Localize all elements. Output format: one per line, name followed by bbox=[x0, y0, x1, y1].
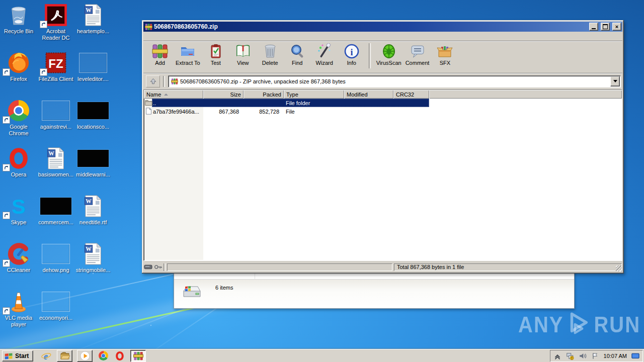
anyrun-watermark: ANY RUN bbox=[518, 310, 629, 339]
desktop-icon-stringmobile[interactable]: W stringmobile... bbox=[74, 242, 112, 290]
archive-address-combobox[interactable]: 5068670863605760.zip - ZIP archive, unpa… bbox=[168, 75, 621, 87]
taskbar: Start e 10:07 AM bbox=[0, 349, 644, 362]
toolbar-button-info[interactable]: i Info bbox=[338, 43, 365, 66]
winrar-address-row: 5068670863605760.zip - ZIP archive, unpa… bbox=[143, 73, 622, 89]
desktop-icon-ccleaner[interactable]: CCleaner bbox=[0, 242, 37, 290]
desktop-icon-locationsco[interactable]: locationsco... bbox=[74, 99, 112, 146]
winrar-titlebar[interactable]: 5068670863605760.zip × bbox=[143, 22, 622, 32]
drive-icon bbox=[182, 284, 202, 300]
desktop-icon-label: Skype bbox=[11, 219, 27, 226]
info-icon: i bbox=[344, 43, 360, 59]
toolbar-button-find[interactable]: Find bbox=[284, 43, 311, 66]
desktop-icon-firefox[interactable]: Firefox bbox=[0, 51, 37, 99]
file-row-0[interactable]: .. File folder bbox=[144, 99, 622, 107]
maximize-button[interactable] bbox=[601, 23, 610, 31]
display-icon[interactable] bbox=[631, 351, 639, 360]
toolbar-button-add[interactable]: Add bbox=[146, 43, 174, 66]
desktop-icon-leveleditor[interactable]: leveleditor.... bbox=[74, 51, 112, 99]
hidden-icons-chevron[interactable] bbox=[553, 351, 562, 360]
desktop-icon-label: Acrobat Reader DC bbox=[37, 28, 74, 41]
menu-item-file[interactable] bbox=[144, 35, 151, 37]
word-doc-icon: W bbox=[77, 3, 109, 27]
desktop-icon-label: economyori... bbox=[39, 315, 72, 321]
desktop-icon-label: locationsco... bbox=[77, 124, 109, 130]
winrar-books-icon[interactable] bbox=[130, 350, 146, 362]
desktop-icon-needtitle-rtf[interactable]: W needtitle.rtf bbox=[74, 194, 112, 242]
desktop-icon-economyori[interactable]: economyori... bbox=[37, 290, 74, 337]
column-header-crc32[interactable]: CRC32 bbox=[393, 90, 429, 99]
desktop-icon-commercem[interactable]: commercem... bbox=[37, 194, 74, 242]
file-row-a7ba73fe99466a[interactable]: a7ba73fe99466a... 867,368 852,728 File bbox=[144, 107, 622, 116]
winrar-toolbar: Add Extract To Test View Delete Find bbox=[143, 41, 622, 73]
close-icon: × bbox=[615, 24, 618, 29]
network-status-icon[interactable] bbox=[566, 351, 575, 360]
toolbar-button-wizard[interactable]: Wizard bbox=[311, 43, 338, 66]
column-header-packed[interactable]: Packed bbox=[244, 90, 284, 99]
start-button[interactable]: Start bbox=[2, 350, 33, 361]
statusbar-icons bbox=[144, 264, 162, 269]
resize-grip[interactable] bbox=[616, 265, 622, 272]
address-separator bbox=[163, 76, 165, 87]
desktop-icon-vlc-media-player[interactable]: VLC media player bbox=[0, 290, 37, 337]
column-header-type[interactable]: Type bbox=[284, 90, 344, 99]
desktop-icon-middlewarni[interactable]: middlewarni... bbox=[74, 146, 112, 194]
column-header-label: CRC32 bbox=[396, 92, 414, 98]
explorer-item-count: 6 items bbox=[215, 285, 233, 291]
toolbar-button-extract-to[interactable]: Extract To bbox=[174, 43, 202, 66]
test-icon bbox=[208, 43, 224, 59]
file-icon bbox=[145, 108, 152, 115]
svg-text:FZ: FZ bbox=[48, 57, 63, 70]
minimize-button[interactable] bbox=[589, 23, 598, 31]
toolbar-button-view[interactable]: View bbox=[229, 43, 257, 66]
chrome-icon[interactable] bbox=[97, 350, 109, 361]
desktop-icon-acrobat-reader-dc[interactable]: Acrobat Reader DC bbox=[37, 3, 74, 51]
cell-type: File folder bbox=[284, 100, 344, 106]
quick-launch: e bbox=[40, 350, 146, 362]
volume-icon[interactable] bbox=[579, 351, 587, 360]
column-header-label: Type bbox=[286, 92, 298, 98]
toolbar-button-virusscan[interactable]: VirusScan bbox=[374, 43, 404, 66]
address-dropdown-button[interactable] bbox=[610, 76, 620, 86]
column-header-label: Size bbox=[230, 92, 241, 98]
toolbar-button-delete[interactable]: Delete bbox=[257, 43, 284, 66]
column-header-name[interactable]: Name bbox=[144, 90, 203, 99]
wizard-icon bbox=[316, 43, 333, 59]
media-player-icon[interactable] bbox=[77, 350, 93, 362]
toolbar-button-sfx[interactable]: SFX bbox=[431, 43, 458, 66]
action-center-flag-icon[interactable] bbox=[591, 351, 600, 360]
desktop-icon-basiswomen[interactable]: W basiswomen... bbox=[37, 146, 74, 194]
desktop-icon-heartemplo[interactable]: W heartemplo... bbox=[74, 3, 112, 51]
desktop-icon-label: Opera bbox=[11, 171, 27, 178]
column-header-size[interactable]: Size bbox=[203, 90, 244, 99]
toolbar-button-comment[interactable]: Comment bbox=[404, 43, 432, 66]
chrome-icon bbox=[3, 99, 35, 123]
desktop-icon-recycle-bin[interactable]: Recycle Bin bbox=[0, 3, 37, 51]
toolbar-button-label: Delete bbox=[262, 60, 278, 66]
blank-thumbnail bbox=[40, 290, 72, 314]
desktop-icon-google-chrome[interactable]: Google Chrome bbox=[0, 99, 37, 146]
menu-item-favorites[interactable] bbox=[166, 35, 173, 37]
black-thumbnail bbox=[77, 146, 109, 170]
menu-item-commands[interactable] bbox=[151, 35, 158, 37]
menu-item-tools[interactable] bbox=[158, 35, 166, 37]
taskbar-clock[interactable]: 10:07 AM bbox=[604, 353, 627, 359]
window-title: 5068670863605760.zip bbox=[154, 23, 587, 30]
desktop-icon-againstrevi[interactable]: againstrevi... bbox=[37, 99, 74, 146]
close-button[interactable]: × bbox=[612, 23, 621, 31]
desktop-icon-opera[interactable]: Opera bbox=[0, 146, 37, 194]
desktop-icon-filezilla-client[interactable]: FZ FileZilla Client bbox=[37, 51, 74, 99]
menu-item-help[interactable] bbox=[180, 35, 187, 37]
explorer-folder-icon[interactable] bbox=[57, 350, 72, 362]
opera-icon[interactable] bbox=[114, 350, 126, 361]
desktop-icon-dehow-png[interactable]: dehow.png bbox=[37, 242, 74, 290]
statusbar-message-panel bbox=[167, 263, 392, 271]
internet-explorer-icon[interactable]: e bbox=[40, 350, 52, 361]
up-one-level-button[interactable] bbox=[146, 75, 160, 87]
start-button-label: Start bbox=[15, 352, 29, 359]
menu-item-options[interactable] bbox=[173, 35, 180, 37]
toolbar-separator bbox=[369, 43, 371, 68]
toolbar-button-test[interactable]: Test bbox=[202, 43, 229, 66]
desktop-icon-skype[interactable]: S Skype bbox=[0, 194, 37, 242]
shortcut-arrow-badge bbox=[3, 212, 10, 219]
column-header-modified[interactable]: Modified bbox=[344, 90, 393, 99]
